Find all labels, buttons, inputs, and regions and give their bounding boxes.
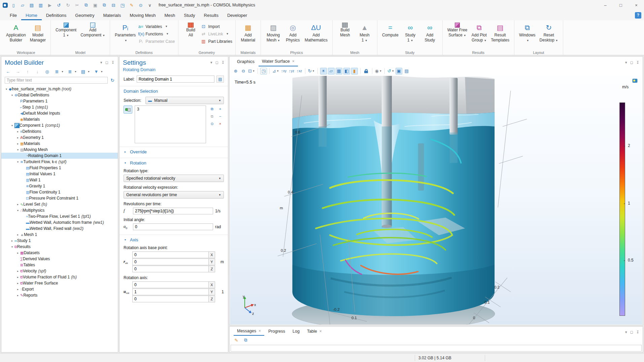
ribbon-tab-results[interactable]: Results bbox=[200, 10, 223, 20]
graphics-tab-water-surface[interactable]: Water Surface× bbox=[259, 57, 298, 66]
expand-all-button[interactable]: ≣ bbox=[54, 68, 60, 75]
windows-button[interactable]: ⧉Windows▼ bbox=[517, 22, 537, 44]
water-free-surface-button[interactable]: Water FreeSurface▼ bbox=[446, 22, 469, 39]
base-point-block-y-input[interactable] bbox=[132, 259, 208, 265]
tree-item-export[interactable]: ▸↑Export bbox=[1, 286, 118, 292]
parameters-button[interactable]: PᵢParameters▼ bbox=[113, 22, 137, 44]
tree-item-moving-mesh[interactable]: ▾▨Moving Mesh bbox=[1, 147, 118, 153]
save-as-button[interactable]: ▥ bbox=[37, 2, 44, 8]
messages-tab-messages[interactable]: Messages× bbox=[234, 327, 264, 336]
pin-panel-icon[interactable]: ↧ bbox=[222, 60, 225, 65]
move-up-button[interactable]: ↑ bbox=[24, 68, 31, 75]
save-button[interactable]: ▤ bbox=[28, 2, 35, 8]
remove-from-selection-button[interactable]: − bbox=[216, 113, 224, 120]
tree-item-geometry-1[interactable]: ▸AGeometry 1 bbox=[1, 134, 118, 141]
rotation-axis-block-z-input[interactable] bbox=[132, 296, 208, 302]
add-physics-button[interactable]: ◎AddPhysics bbox=[283, 22, 302, 43]
add-plot-group-button[interactable]: ⧉Add PlotGroup▼ bbox=[470, 22, 488, 44]
maximize-button[interactable]: □ bbox=[613, 0, 629, 10]
refresh-plot-button[interactable]: ↺▼ bbox=[387, 68, 395, 74]
zoom-box-button[interactable]: ⊡▼ bbox=[248, 68, 255, 74]
compute-button[interactable]: =Compute bbox=[380, 22, 400, 38]
paste-button[interactable]: ▣ bbox=[92, 2, 99, 8]
show-color-legend-button[interactable]: ▮ bbox=[351, 68, 358, 74]
build-all-button[interactable]: BuildAll bbox=[181, 22, 200, 38]
zoom-extents-button[interactable]: ◳ bbox=[260, 68, 267, 74]
ribbon-tab-developer[interactable]: Developer bbox=[223, 10, 251, 20]
copy-text-button[interactable]: ⧉ bbox=[242, 337, 249, 343]
tree-item-pressure-point-constraint-1[interactable]: ⊡Pressure Point Constraint 1 bbox=[1, 195, 118, 201]
rotation-heading[interactable]: ▾Rotation bbox=[124, 160, 224, 165]
view-xz-button[interactable]: ↑xz bbox=[296, 68, 303, 74]
open-file-button[interactable]: ▱ bbox=[19, 2, 26, 8]
paste-selection-button[interactable]: ⧉ bbox=[208, 113, 216, 120]
view-yz-button[interactable]: ↑yz bbox=[288, 68, 295, 74]
messages-tab-log[interactable]: Log bbox=[289, 327, 303, 336]
livelink-button[interactable]: ⇄LiveLink▼ bbox=[201, 31, 232, 37]
move-down-button[interactable]: ↓ bbox=[34, 68, 41, 75]
ribbon-tab-study[interactable]: Study bbox=[179, 10, 199, 20]
tree-item-default-model-inputs[interactable]: ◀Default Model Inputs bbox=[1, 110, 118, 116]
add-material-button[interactable]: ▦AddMaterial bbox=[239, 22, 258, 43]
domain-selection-heading[interactable]: Domain Selection bbox=[124, 89, 224, 94]
ribbon-tab-moving-mesh[interactable]: Moving Mesh bbox=[125, 10, 160, 20]
messages-content[interactable] bbox=[231, 345, 642, 352]
import-button[interactable]: ⊡Import bbox=[201, 24, 232, 29]
zoom-in-button[interactable]: ⊕ bbox=[232, 68, 239, 74]
label-field-input[interactable] bbox=[137, 76, 214, 83]
help-button[interactable]: ? bbox=[635, 12, 641, 19]
collapse-all-button[interactable]: ≣ bbox=[67, 68, 73, 75]
tree-item-study-1[interactable]: ▸∞Study 1 bbox=[1, 238, 118, 244]
base-point-block-z-input[interactable] bbox=[132, 266, 208, 272]
model-manager-button[interactable]: ▤ModelManager bbox=[28, 22, 47, 43]
show-grid-button[interactable]: ▦ bbox=[336, 68, 342, 74]
zoom-to-selection-button[interactable]: ⊙ bbox=[208, 120, 216, 127]
tree-item-mesh-1[interactable]: ▸▲Mesh 1 bbox=[1, 232, 118, 238]
tree-item-rotating-domain-1[interactable]: ◔Rotating Domain 1 bbox=[1, 153, 118, 159]
collapse-panel-icon[interactable]: ▾ bbox=[625, 60, 627, 65]
clear-selection-button[interactable]: × bbox=[216, 120, 224, 127]
ribbon-tab-geometry[interactable]: Geometry bbox=[71, 10, 99, 20]
tree-item-wetted-wall-fixed-wall[interactable]: ▬Wetted Wall, Fixed wall(ww2) bbox=[1, 225, 118, 232]
rotation-axis-block-x-input[interactable] bbox=[132, 281, 208, 288]
revolutions-input[interactable] bbox=[133, 208, 213, 214]
snapshot-button[interactable]: ▣ bbox=[396, 68, 402, 74]
pin-panel-icon[interactable]: ↧ bbox=[111, 60, 114, 65]
moving-mesh-button[interactable]: ▨MovingMesh▼ bbox=[264, 22, 283, 44]
model-tree-node-text-button[interactable]: ▤ bbox=[80, 68, 87, 75]
float-panel-icon[interactable]: ◻ bbox=[215, 60, 218, 65]
close-icon[interactable]: × bbox=[259, 329, 261, 333]
print-button[interactable]: ▤ bbox=[403, 68, 410, 74]
graphics-tab-graphics[interactable]: Graphics bbox=[234, 57, 258, 66]
add-study-button[interactable]: ∞AddStudy bbox=[420, 22, 439, 43]
close-button[interactable]: × bbox=[629, 0, 644, 10]
customize-toolbar-button[interactable]: ∨ bbox=[146, 2, 153, 8]
tree-item-derived-values[interactable]: ∑Derived Values bbox=[1, 256, 118, 262]
build-mesh-button[interactable]: BuildMesh bbox=[336, 22, 354, 38]
undo-button[interactable]: ↺ bbox=[56, 2, 62, 8]
result-templates-button[interactable]: ▤ResultTemplates bbox=[489, 22, 511, 43]
override-heading[interactable]: ▸Override bbox=[124, 149, 224, 154]
application-builder-button[interactable]: AApplicationBuilder bbox=[4, 22, 28, 43]
messages-tab-progress[interactable]: Progress bbox=[265, 327, 289, 336]
part-libraries-button[interactable]: ▥Part Libraries bbox=[201, 38, 232, 44]
tree-item-tables[interactable]: ⊞Tables bbox=[1, 262, 118, 268]
close-icon[interactable]: × bbox=[319, 329, 322, 334]
select-box-button[interactable]: ◳ bbox=[119, 2, 126, 8]
study-1-button[interactable]: ∞Study1▼ bbox=[401, 22, 420, 44]
ribbon-tab-file[interactable]: File bbox=[5, 10, 21, 20]
tree-item-materials[interactable]: ◉Materials bbox=[1, 116, 118, 122]
messages-tab-table[interactable]: Table× bbox=[304, 327, 325, 336]
minimize-button[interactable]: – bbox=[598, 0, 613, 10]
parameter-case-button[interactable]: PᵢParameter Case bbox=[138, 38, 175, 44]
ribbon-tab-mesh[interactable]: Mesh bbox=[160, 10, 179, 20]
duplicate-button[interactable]: ⧉ bbox=[101, 2, 108, 8]
new-file-button[interactable]: ▯ bbox=[10, 2, 17, 8]
tree-item-component-1[interactable]: ▾Component 1(comp1) bbox=[1, 122, 118, 128]
tree-item-turbulent-flow-k[interactable]: ▾≋Turbulent Flow, k-ε(spf) bbox=[1, 159, 118, 165]
environment-reflections-button[interactable]: ◉▼ bbox=[375, 68, 382, 74]
tree-item-volume-fraction-of-fluid-1[interactable]: ▸⧉Volume Fraction of Fluid 1(ls) bbox=[1, 274, 118, 280]
view-xy-button[interactable]: ↑xy bbox=[280, 68, 287, 74]
tree-item-gravity-1[interactable]: ≋Gravity 1 bbox=[1, 183, 118, 189]
float-panel-icon[interactable]: ◻ bbox=[630, 330, 633, 334]
